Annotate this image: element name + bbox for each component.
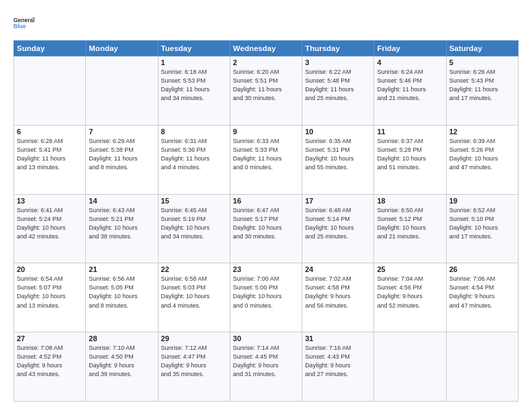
calendar-cell: 12Sunrise: 6:39 AM Sunset: 5:26 PM Dayli…	[446, 125, 518, 194]
calendar-cell: 3Sunrise: 6:22 AM Sunset: 5:48 PM Daylig…	[302, 56, 374, 126]
day-detail: Sunrise: 7:14 AM Sunset: 4:45 PM Dayligh…	[233, 344, 299, 379]
calendar-cell: 2Sunrise: 6:20 AM Sunset: 5:51 PM Daylig…	[230, 56, 302, 126]
day-number: 19	[449, 197, 515, 205]
calendar-week-2: 6Sunrise: 6:28 AM Sunset: 5:41 PM Daylig…	[14, 125, 519, 194]
calendar-cell: 28Sunrise: 7:10 AM Sunset: 4:50 PM Dayli…	[86, 332, 158, 402]
day-detail: Sunrise: 6:52 AM Sunset: 5:10 PM Dayligh…	[449, 206, 515, 241]
day-detail: Sunrise: 6:45 AM Sunset: 5:19 PM Dayligh…	[161, 206, 227, 241]
day-detail: Sunrise: 6:48 AM Sunset: 5:14 PM Dayligh…	[305, 206, 371, 241]
weekday-header-sunday: Sunday	[14, 41, 86, 56]
calendar-cell: 8Sunrise: 6:31 AM Sunset: 5:36 PM Daylig…	[158, 125, 230, 194]
weekday-header-friday: Friday	[374, 41, 446, 56]
day-number: 22	[161, 265, 227, 273]
day-detail: Sunrise: 6:31 AM Sunset: 5:36 PM Dayligh…	[161, 137, 227, 172]
day-number: 14	[89, 197, 154, 205]
svg-text:Blue: Blue	[13, 23, 26, 30]
calendar-cell: 14Sunrise: 6:43 AM Sunset: 5:21 PM Dayli…	[86, 194, 158, 263]
day-number: 17	[305, 197, 371, 205]
calendar-cell: 29Sunrise: 7:12 AM Sunset: 4:47 PM Dayli…	[158, 332, 230, 402]
calendar-cell: 17Sunrise: 6:48 AM Sunset: 5:14 PM Dayli…	[302, 194, 374, 263]
day-detail: Sunrise: 6:58 AM Sunset: 5:03 PM Dayligh…	[161, 275, 227, 310]
calendar-cell: 16Sunrise: 6:47 AM Sunset: 5:17 PM Dayli…	[230, 194, 302, 263]
day-number: 20	[17, 265, 83, 273]
day-detail: Sunrise: 6:18 AM Sunset: 5:53 PM Dayligh…	[161, 68, 227, 103]
day-number: 3	[305, 58, 371, 66]
day-detail: Sunrise: 7:12 AM Sunset: 4:47 PM Dayligh…	[161, 344, 227, 379]
day-detail: Sunrise: 6:37 AM Sunset: 5:28 PM Dayligh…	[377, 137, 443, 172]
calendar-week-5: 27Sunrise: 7:08 AM Sunset: 4:52 PM Dayli…	[14, 332, 519, 402]
header: General Blue	[13, 12, 519, 34]
day-detail: Sunrise: 6:56 AM Sunset: 5:05 PM Dayligh…	[89, 275, 154, 310]
calendar-cell: 18Sunrise: 6:50 AM Sunset: 5:12 PM Dayli…	[374, 194, 446, 263]
calendar-cell	[86, 56, 158, 126]
calendar-week-4: 20Sunrise: 6:54 AM Sunset: 5:07 PM Dayli…	[14, 263, 519, 332]
day-detail: Sunrise: 6:43 AM Sunset: 5:21 PM Dayligh…	[89, 206, 154, 241]
calendar-cell: 24Sunrise: 7:02 AM Sunset: 4:58 PM Dayli…	[302, 263, 374, 332]
day-detail: Sunrise: 7:06 AM Sunset: 4:54 PM Dayligh…	[449, 275, 515, 310]
day-number: 31	[305, 334, 371, 342]
calendar-cell: 13Sunrise: 6:41 AM Sunset: 5:24 PM Dayli…	[14, 194, 86, 263]
day-number: 12	[449, 128, 515, 136]
calendar-week-1: 1Sunrise: 6:18 AM Sunset: 5:53 PM Daylig…	[14, 56, 519, 126]
calendar-cell: 30Sunrise: 7:14 AM Sunset: 4:45 PM Dayli…	[230, 332, 302, 402]
weekday-header-wednesday: Wednesday	[230, 41, 302, 56]
day-number: 10	[305, 128, 371, 136]
day-detail: Sunrise: 6:35 AM Sunset: 5:31 PM Dayligh…	[305, 137, 371, 172]
logo-svg: General Blue	[13, 12, 35, 34]
day-number: 7	[89, 128, 154, 136]
calendar-cell	[14, 56, 86, 126]
calendar-cell: 23Sunrise: 7:00 AM Sunset: 5:00 PM Dayli…	[230, 263, 302, 332]
logo: General Blue	[13, 12, 35, 34]
day-number: 30	[233, 334, 299, 342]
day-number: 29	[161, 334, 227, 342]
calendar-cell: 31Sunrise: 7:16 AM Sunset: 4:43 PM Dayli…	[302, 332, 374, 402]
day-detail: Sunrise: 7:08 AM Sunset: 4:52 PM Dayligh…	[17, 344, 83, 379]
calendar-cell: 26Sunrise: 7:06 AM Sunset: 4:54 PM Dayli…	[446, 263, 518, 332]
day-detail: Sunrise: 7:02 AM Sunset: 4:58 PM Dayligh…	[305, 275, 371, 310]
day-number: 11	[377, 128, 443, 136]
day-number: 13	[17, 197, 83, 205]
day-detail: Sunrise: 6:24 AM Sunset: 5:46 PM Dayligh…	[377, 68, 443, 103]
day-number: 25	[377, 265, 443, 273]
calendar-cell: 19Sunrise: 6:52 AM Sunset: 5:10 PM Dayli…	[446, 194, 518, 263]
calendar-cell: 22Sunrise: 6:58 AM Sunset: 5:03 PM Dayli…	[158, 263, 230, 332]
day-detail: Sunrise: 6:20 AM Sunset: 5:51 PM Dayligh…	[233, 68, 299, 103]
day-detail: Sunrise: 6:47 AM Sunset: 5:17 PM Dayligh…	[233, 206, 299, 241]
day-number: 1	[161, 58, 227, 66]
day-number: 18	[377, 197, 443, 205]
calendar-cell: 11Sunrise: 6:37 AM Sunset: 5:28 PM Dayli…	[374, 125, 446, 194]
day-detail: Sunrise: 6:22 AM Sunset: 5:48 PM Dayligh…	[305, 68, 371, 103]
calendar-cell: 10Sunrise: 6:35 AM Sunset: 5:31 PM Dayli…	[302, 125, 374, 194]
day-number: 4	[377, 58, 443, 66]
weekday-header-row: SundayMondayTuesdayWednesdayThursdayFrid…	[14, 41, 519, 56]
day-number: 24	[305, 265, 371, 273]
day-detail: Sunrise: 6:26 AM Sunset: 5:43 PM Dayligh…	[449, 68, 515, 103]
day-number: 5	[449, 58, 515, 66]
weekday-header-tuesday: Tuesday	[158, 41, 230, 56]
day-number: 27	[17, 334, 83, 342]
calendar-cell: 5Sunrise: 6:26 AM Sunset: 5:43 PM Daylig…	[446, 56, 518, 126]
day-number: 26	[449, 265, 515, 273]
calendar-cell: 4Sunrise: 6:24 AM Sunset: 5:46 PM Daylig…	[374, 56, 446, 126]
day-number: 23	[233, 265, 299, 273]
weekday-header-saturday: Saturday	[446, 41, 518, 56]
calendar-cell: 7Sunrise: 6:29 AM Sunset: 5:38 PM Daylig…	[86, 125, 158, 194]
day-detail: Sunrise: 7:16 AM Sunset: 4:43 PM Dayligh…	[305, 344, 371, 379]
day-detail: Sunrise: 7:10 AM Sunset: 4:50 PM Dayligh…	[89, 344, 154, 379]
day-detail: Sunrise: 7:04 AM Sunset: 4:56 PM Dayligh…	[377, 275, 443, 310]
day-detail: Sunrise: 6:54 AM Sunset: 5:07 PM Dayligh…	[17, 275, 83, 310]
day-number: 2	[233, 58, 299, 66]
calendar-week-3: 13Sunrise: 6:41 AM Sunset: 5:24 PM Dayli…	[14, 194, 519, 263]
page: General Blue SundayMondayTuesdayWednesda…	[0, 0, 532, 411]
calendar-cell	[446, 332, 518, 402]
calendar-cell: 20Sunrise: 6:54 AM Sunset: 5:07 PM Dayli…	[14, 263, 86, 332]
day-detail: Sunrise: 6:33 AM Sunset: 5:33 PM Dayligh…	[233, 137, 299, 172]
calendar-cell: 6Sunrise: 6:28 AM Sunset: 5:41 PM Daylig…	[14, 125, 86, 194]
calendar-cell: 27Sunrise: 7:08 AM Sunset: 4:52 PM Dayli…	[14, 332, 86, 402]
day-number: 6	[17, 128, 83, 136]
day-number: 16	[233, 197, 299, 205]
day-detail: Sunrise: 7:00 AM Sunset: 5:00 PM Dayligh…	[233, 275, 299, 310]
calendar-cell	[374, 332, 446, 402]
day-number: 15	[161, 197, 227, 205]
day-detail: Sunrise: 6:39 AM Sunset: 5:26 PM Dayligh…	[449, 137, 515, 172]
